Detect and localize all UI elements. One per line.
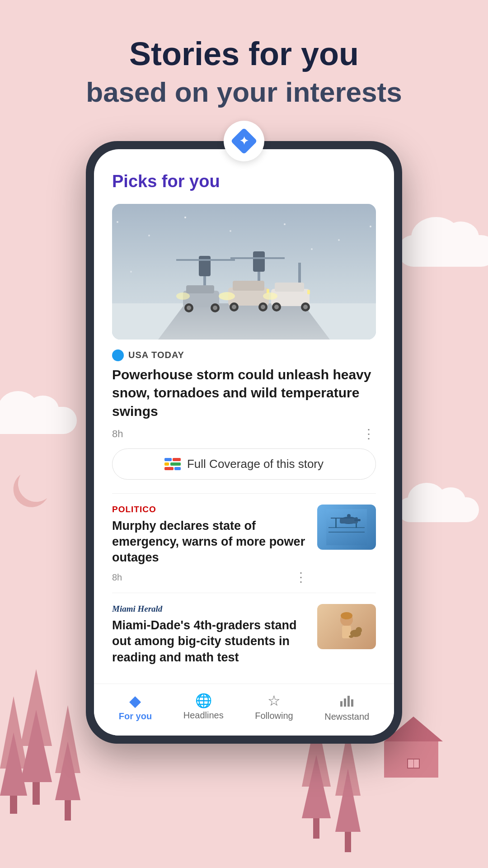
header-title-line2: based on your interests (0, 75, 488, 109)
svg-point-74 (341, 612, 352, 619)
svg-point-78 (349, 635, 353, 638)
headlines-icon: 🌐 (195, 694, 212, 708)
svg-point-28 (232, 305, 236, 309)
bottom-nav: ◆ For you 🌐 Headlines ☆ Following (94, 684, 394, 736)
full-coverage-button[interactable]: Full Coverage of this story (112, 448, 376, 480)
article2-title: Murphy declares state of emergency, warn… (112, 518, 308, 566)
svg-rect-21 (253, 251, 265, 272)
house-window (407, 759, 420, 769)
svg-rect-38 (307, 290, 310, 294)
svg-point-49 (148, 235, 150, 236)
svg-rect-40 (186, 285, 214, 293)
article2-more-button[interactable]: ⋮ (295, 571, 308, 584)
article1-more-button[interactable]: ⋮ (362, 428, 376, 440)
svg-rect-61 (164, 467, 174, 470)
full-coverage-text: Full Coverage of this story (187, 457, 324, 471)
svg-point-42 (187, 306, 191, 310)
svg-rect-81 (347, 696, 350, 707)
newsstand-icon (339, 693, 355, 709)
svg-rect-23 (176, 259, 235, 261)
svg-rect-59 (164, 462, 169, 466)
article1-meta: 8h ⋮ (112, 428, 376, 440)
svg-point-54 (370, 226, 371, 227)
article3-row[interactable]: Miami Herald Miami-Dade's 4th-graders st… (112, 604, 376, 674)
article3-content: Miami Herald Miami-Dade's 4th-graders st… (112, 604, 317, 665)
house-body (384, 741, 438, 778)
svg-point-53 (338, 239, 340, 241)
svg-rect-2 (10, 796, 17, 814)
svg-point-37 (303, 305, 308, 309)
usa-today-dot (112, 349, 124, 361)
phone-wrapper: ✦ Picks for you (0, 141, 488, 744)
svg-rect-82 (351, 699, 353, 707)
svg-point-47 (263, 292, 277, 300)
article2-image (317, 505, 376, 550)
svg-point-51 (230, 230, 231, 232)
article3-source: Miami Herald (112, 604, 308, 614)
nav-for-you[interactable]: ◆ For you (119, 693, 152, 722)
article2-row[interactable]: POLITICO Murphy declares state of emerge… (112, 505, 376, 593)
picks-title: Picks for you (112, 172, 376, 191)
phone-content: Picks for you (94, 149, 394, 675)
following-label: Following (255, 711, 293, 721)
svg-rect-19 (199, 256, 211, 276)
article2-source: POLITICO (112, 505, 308, 514)
article1-time: 8h (112, 428, 123, 440)
svg-point-30 (261, 305, 265, 309)
phone-screen: Picks for you (94, 149, 394, 736)
svg-rect-72 (326, 509, 367, 545)
for-you-icon: ◆ (129, 693, 141, 708)
article2-content: POLITICO Murphy declares state of emerge… (112, 505, 317, 584)
svg-rect-57 (164, 458, 172, 461)
svg-rect-11 (313, 818, 319, 839)
svg-point-52 (284, 223, 286, 225)
svg-rect-62 (174, 467, 181, 470)
nav-headlines[interactable]: 🌐 Headlines (183, 694, 224, 721)
svg-rect-33 (275, 283, 304, 292)
svg-rect-60 (170, 462, 181, 466)
google-badge: ✦ (224, 121, 264, 161)
newsstand-label: Newsstand (324, 712, 369, 722)
google-diamond-icon: ✦ (230, 127, 257, 154)
divider-2 (112, 593, 376, 593)
nav-newsstand[interactable]: Newsstand (324, 693, 369, 722)
svg-point-48 (117, 221, 118, 223)
following-icon: ☆ (267, 693, 281, 708)
svg-rect-14 (345, 832, 351, 852)
nav-following[interactable]: ☆ Following (255, 693, 293, 721)
svg-rect-58 (173, 458, 181, 461)
svg-point-55 (130, 271, 132, 273)
article2-time: 8h (112, 572, 122, 583)
header: Stories for you based on your interests (0, 0, 488, 127)
article1-title[interactable]: Powerhouse storm could unleash heavy sno… (112, 366, 376, 421)
main-article-image[interactable] (112, 204, 376, 340)
svg-rect-24 (230, 257, 285, 259)
svg-point-45 (176, 292, 190, 300)
svg-rect-8 (65, 800, 71, 821)
svg-rect-26 (233, 281, 264, 291)
svg-rect-5 (33, 782, 40, 805)
divider-1 (112, 493, 376, 494)
svg-rect-79 (340, 701, 343, 707)
article3-title: Miami-Dade's 4th-graders stand out among… (112, 618, 308, 665)
article1-source-name: USA TODAY (128, 350, 184, 360)
headlines-label: Headlines (183, 710, 224, 721)
svg-point-44 (213, 306, 217, 310)
full-coverage-icon (164, 458, 181, 471)
for-you-label: For you (119, 711, 152, 722)
svg-point-35 (274, 305, 279, 309)
svg-rect-80 (344, 698, 346, 707)
article2-meta: 8h ⋮ (112, 571, 308, 584)
phone-frame: ✦ Picks for you (86, 141, 402, 744)
svg-point-77 (356, 627, 362, 633)
header-title-line1: Stories for you (0, 36, 488, 72)
article3-image (317, 604, 376, 649)
svg-point-56 (311, 248, 313, 250)
svg-point-50 (184, 217, 186, 218)
article1-source-row: USA TODAY (112, 349, 376, 361)
svg-point-46 (219, 292, 235, 300)
